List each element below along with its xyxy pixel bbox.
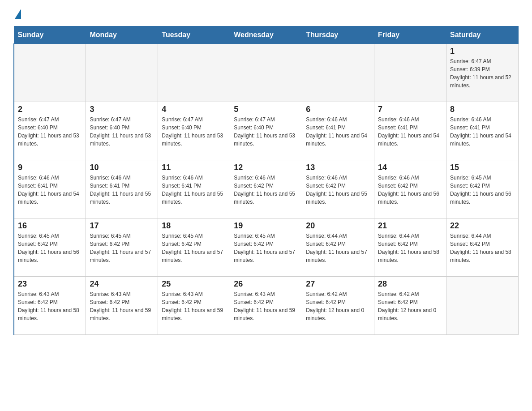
calendar-cell <box>14 44 86 102</box>
day-number: 1 <box>450 47 515 56</box>
calendar-body: 1Sunrise: 6:47 AMSunset: 6:39 PMDaylight… <box>14 44 519 335</box>
calendar-cell <box>86 44 158 102</box>
day-info: Sunrise: 6:47 AMSunset: 6:40 PMDaylight:… <box>90 116 154 148</box>
day-info: Sunrise: 6:45 AMSunset: 6:42 PMDaylight:… <box>18 232 82 264</box>
day-info: Sunrise: 6:44 AMSunset: 6:42 PMDaylight:… <box>450 232 515 264</box>
day-number: 26 <box>234 279 298 289</box>
day-number: 18 <box>162 221 226 231</box>
calendar-cell: 12Sunrise: 6:46 AMSunset: 6:42 PMDayligh… <box>230 160 302 218</box>
calendar-header: SundayMondayTuesdayWednesdayThursdayFrid… <box>14 26 519 44</box>
day-number: 22 <box>450 221 515 231</box>
day-info: Sunrise: 6:46 AMSunset: 6:41 PMDaylight:… <box>378 116 442 148</box>
calendar-cell: 13Sunrise: 6:46 AMSunset: 6:42 PMDayligh… <box>302 160 374 218</box>
day-number: 24 <box>90 279 154 289</box>
day-info: Sunrise: 6:46 AMSunset: 6:41 PMDaylight:… <box>306 116 370 148</box>
day-number: 13 <box>306 163 370 172</box>
calendar-cell: 3Sunrise: 6:47 AMSunset: 6:40 PMDaylight… <box>86 102 158 160</box>
calendar-cell: 4Sunrise: 6:47 AMSunset: 6:40 PMDaylight… <box>158 102 230 160</box>
calendar-week-3: 9Sunrise: 6:46 AMSunset: 6:41 PMDaylight… <box>14 160 519 218</box>
day-info: Sunrise: 6:46 AMSunset: 6:42 PMDaylight:… <box>306 174 370 206</box>
day-info: Sunrise: 6:47 AMSunset: 6:40 PMDaylight:… <box>18 116 82 148</box>
day-header-saturday: Saturday <box>446 26 519 44</box>
calendar-cell: 21Sunrise: 6:44 AMSunset: 6:42 PMDayligh… <box>374 218 446 277</box>
day-header-wednesday: Wednesday <box>230 26 302 44</box>
day-info: Sunrise: 6:45 AMSunset: 6:42 PMDaylight:… <box>234 232 298 264</box>
calendar-cell: 11Sunrise: 6:46 AMSunset: 6:41 PMDayligh… <box>158 160 230 218</box>
day-number: 27 <box>306 279 370 289</box>
calendar-cell: 5Sunrise: 6:47 AMSunset: 6:40 PMDaylight… <box>230 102 302 160</box>
calendar-cell <box>446 277 519 335</box>
day-info: Sunrise: 6:43 AMSunset: 6:42 PMDaylight:… <box>162 290 226 322</box>
day-info: Sunrise: 6:47 AMSunset: 6:39 PMDaylight:… <box>450 57 515 90</box>
calendar-cell: 7Sunrise: 6:46 AMSunset: 6:41 PMDaylight… <box>374 102 446 160</box>
calendar-cell: 19Sunrise: 6:45 AMSunset: 6:42 PMDayligh… <box>230 218 302 277</box>
day-info: Sunrise: 6:47 AMSunset: 6:40 PMDaylight:… <box>162 116 226 148</box>
day-info: Sunrise: 6:46 AMSunset: 6:42 PMDaylight:… <box>378 174 442 206</box>
calendar-table: SundayMondayTuesdayWednesdayThursdayFrid… <box>13 26 519 335</box>
days-of-week-row: SundayMondayTuesdayWednesdayThursdayFrid… <box>14 26 519 44</box>
day-number: 15 <box>450 163 515 172</box>
calendar-cell: 18Sunrise: 6:45 AMSunset: 6:42 PMDayligh… <box>158 218 230 277</box>
day-info: Sunrise: 6:46 AMSunset: 6:42 PMDaylight:… <box>234 174 298 206</box>
calendar-week-1: 1Sunrise: 6:47 AMSunset: 6:39 PMDaylight… <box>14 44 519 102</box>
day-info: Sunrise: 6:42 AMSunset: 6:42 PMDaylight:… <box>306 290 370 322</box>
calendar-cell <box>374 44 446 102</box>
day-number: 8 <box>450 105 515 114</box>
day-info: Sunrise: 6:46 AMSunset: 6:41 PMDaylight:… <box>90 174 154 206</box>
calendar-cell <box>302 44 374 102</box>
day-number: 16 <box>18 221 82 231</box>
day-number: 9 <box>18 163 82 172</box>
calendar-cell: 9Sunrise: 6:46 AMSunset: 6:41 PMDaylight… <box>14 160 86 218</box>
calendar-cell: 17Sunrise: 6:45 AMSunset: 6:42 PMDayligh… <box>86 218 158 277</box>
day-header-sunday: Sunday <box>14 26 86 44</box>
day-header-tuesday: Tuesday <box>158 26 230 44</box>
day-number: 19 <box>234 221 298 231</box>
calendar-cell: 28Sunrise: 6:42 AMSunset: 6:42 PMDayligh… <box>374 277 446 335</box>
day-number: 3 <box>90 105 154 114</box>
page-header <box>13 9 519 17</box>
day-info: Sunrise: 6:44 AMSunset: 6:42 PMDaylight:… <box>306 232 370 264</box>
calendar-cell <box>158 44 230 102</box>
day-number: 5 <box>234 105 298 114</box>
day-number: 21 <box>378 221 442 231</box>
calendar-cell: 27Sunrise: 6:42 AMSunset: 6:42 PMDayligh… <box>302 277 374 335</box>
day-info: Sunrise: 6:43 AMSunset: 6:42 PMDaylight:… <box>234 290 298 322</box>
day-info: Sunrise: 6:45 AMSunset: 6:42 PMDaylight:… <box>162 232 226 264</box>
calendar-week-5: 23Sunrise: 6:43 AMSunset: 6:42 PMDayligh… <box>14 277 519 335</box>
calendar-cell: 25Sunrise: 6:43 AMSunset: 6:42 PMDayligh… <box>158 277 230 335</box>
day-number: 10 <box>90 163 154 172</box>
calendar-cell: 16Sunrise: 6:45 AMSunset: 6:42 PMDayligh… <box>14 218 86 277</box>
day-info: Sunrise: 6:43 AMSunset: 6:42 PMDaylight:… <box>18 290 82 322</box>
day-header-monday: Monday <box>86 26 158 44</box>
day-number: 14 <box>378 163 442 172</box>
calendar-week-4: 16Sunrise: 6:45 AMSunset: 6:42 PMDayligh… <box>14 218 519 277</box>
calendar-cell: 26Sunrise: 6:43 AMSunset: 6:42 PMDayligh… <box>230 277 302 335</box>
day-number: 12 <box>234 163 298 172</box>
day-number: 11 <box>162 163 226 172</box>
day-number: 28 <box>378 279 442 289</box>
calendar-cell: 24Sunrise: 6:43 AMSunset: 6:42 PMDayligh… <box>86 277 158 335</box>
day-number: 2 <box>18 105 82 114</box>
day-info: Sunrise: 6:43 AMSunset: 6:42 PMDaylight:… <box>90 290 154 322</box>
day-info: Sunrise: 6:46 AMSunset: 6:41 PMDaylight:… <box>18 174 82 206</box>
calendar-cell: 1Sunrise: 6:47 AMSunset: 6:39 PMDaylight… <box>446 44 519 102</box>
day-info: Sunrise: 6:46 AMSunset: 6:41 PMDaylight:… <box>162 174 226 206</box>
calendar-cell: 14Sunrise: 6:46 AMSunset: 6:42 PMDayligh… <box>374 160 446 218</box>
day-header-thursday: Thursday <box>302 26 374 44</box>
calendar-cell: 23Sunrise: 6:43 AMSunset: 6:42 PMDayligh… <box>14 277 86 335</box>
calendar-cell: 22Sunrise: 6:44 AMSunset: 6:42 PMDayligh… <box>446 218 519 277</box>
day-info: Sunrise: 6:45 AMSunset: 6:42 PMDaylight:… <box>90 232 154 264</box>
day-info: Sunrise: 6:46 AMSunset: 6:41 PMDaylight:… <box>450 116 515 148</box>
day-number: 23 <box>18 279 82 289</box>
calendar-cell: 10Sunrise: 6:46 AMSunset: 6:41 PMDayligh… <box>86 160 158 218</box>
calendar-cell: 15Sunrise: 6:45 AMSunset: 6:42 PMDayligh… <box>446 160 519 218</box>
day-header-friday: Friday <box>374 26 446 44</box>
day-number: 20 <box>306 221 370 231</box>
calendar-cell: 2Sunrise: 6:47 AMSunset: 6:40 PMDaylight… <box>14 102 86 160</box>
day-info: Sunrise: 6:45 AMSunset: 6:42 PMDaylight:… <box>450 174 515 206</box>
day-number: 6 <box>306 105 370 114</box>
calendar-week-2: 2Sunrise: 6:47 AMSunset: 6:40 PMDaylight… <box>14 102 519 160</box>
calendar-cell: 20Sunrise: 6:44 AMSunset: 6:42 PMDayligh… <box>302 218 374 277</box>
day-info: Sunrise: 6:44 AMSunset: 6:42 PMDaylight:… <box>378 232 442 264</box>
day-info: Sunrise: 6:42 AMSunset: 6:42 PMDaylight:… <box>378 290 442 322</box>
